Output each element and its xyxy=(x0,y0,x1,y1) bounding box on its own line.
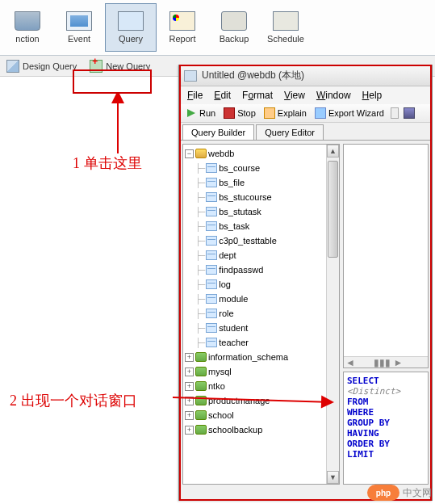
menu-file[interactable]: File xyxy=(182,88,207,103)
tree-table-item[interactable]: ├─bs_stucourse xyxy=(185,190,337,204)
connection-button[interactable]: nction xyxy=(2,3,53,52)
connection-label: nction xyxy=(15,34,39,44)
extra-action-icon[interactable] xyxy=(391,107,399,119)
sql-keyword: FROM xyxy=(347,397,369,407)
sql-keyword: ORDER BY xyxy=(347,439,390,449)
tree-table-item[interactable]: ├─dept xyxy=(185,248,337,262)
tree-label: bs_stucourse xyxy=(219,192,271,202)
table-icon xyxy=(206,221,217,231)
tree-label: student xyxy=(219,323,248,333)
tab-query-builder[interactable]: Query Builder xyxy=(182,124,254,140)
tree-label: mysql xyxy=(208,367,232,376)
tree-table-item[interactable]: ├─bs_course xyxy=(185,161,337,175)
backup-button[interactable]: Backup xyxy=(208,3,260,52)
tree-table-item[interactable]: ├─bs_file xyxy=(185,175,337,190)
table-icon xyxy=(206,265,217,275)
tree-table-item[interactable]: ├─bs_task xyxy=(185,219,337,233)
report-button[interactable]: Report xyxy=(157,3,208,52)
new-query-icon xyxy=(90,60,102,73)
database-icon xyxy=(195,425,207,435)
menu-format[interactable]: Format xyxy=(237,88,278,103)
new-query-label: New Query xyxy=(106,61,150,71)
table-icon xyxy=(206,250,217,260)
toggle-icon[interactable] xyxy=(185,149,194,158)
menu-edit[interactable]: Edit xyxy=(209,88,236,103)
schedule-button[interactable]: Schedule xyxy=(260,3,312,52)
scroll-thumb[interactable] xyxy=(328,161,338,258)
tree-table-item[interactable]: ├─findpasswd xyxy=(185,262,337,277)
tree-table-item[interactable]: ├─c3p0_testtable xyxy=(185,233,337,248)
export-wizard-button[interactable]: Export Wizard xyxy=(313,107,386,120)
tree-table-item[interactable]: ├─role xyxy=(185,306,337,321)
window-titlebar[interactable]: Untitled @webdb (本地) xyxy=(179,65,432,86)
watermark-text: 中文网 xyxy=(403,486,432,500)
tree-db-item[interactable]: schoolbackup xyxy=(185,422,337,437)
tree-table-item[interactable]: ├─student xyxy=(185,321,337,335)
run-button[interactable]: Run xyxy=(184,107,217,120)
tree-label: bs_task xyxy=(219,221,249,231)
right-pane: ◄ ▮▮▮ ► SELECT <Distinct>FROMWHEREGROUP … xyxy=(343,144,429,485)
event-button[interactable]: Event xyxy=(53,3,105,52)
stop-button[interactable]: Stop xyxy=(222,107,257,120)
tree-label: teacher xyxy=(219,338,249,347)
tree-label: dept xyxy=(219,250,236,260)
export-label: Export Wizard xyxy=(328,108,384,118)
run-icon xyxy=(186,107,197,119)
query-button[interactable]: Query xyxy=(105,3,157,52)
save-icon[interactable] xyxy=(404,107,415,119)
tree-table-item[interactable]: ├─teacher xyxy=(185,335,337,350)
sql-keyword: SELECT xyxy=(347,376,379,386)
sql-keyword: GROUP BY xyxy=(347,418,390,428)
toggle-icon[interactable] xyxy=(185,368,194,376)
query-icon xyxy=(118,11,144,31)
menu-window[interactable]: Window xyxy=(312,88,356,103)
query-label: Query xyxy=(119,34,143,44)
run-label: Run xyxy=(199,108,215,118)
stop-icon xyxy=(224,107,235,119)
sql-preview: SELECT <Distinct>FROMWHEREGROUP BYHAVING… xyxy=(343,372,429,485)
table-icon xyxy=(206,309,217,318)
main-toolbar: nction Event Query Report Backup Schedul… xyxy=(0,0,435,56)
tree-table-item[interactable]: ├─module xyxy=(185,292,337,306)
table-icon xyxy=(206,178,217,187)
stop-label: Stop xyxy=(237,108,256,118)
tree-scrollbar[interactable]: ▲ ▼ xyxy=(326,145,339,484)
table-icon xyxy=(206,279,217,289)
action-bar: Run Stop Explain Export Wizard xyxy=(179,104,432,123)
watermark: php 中文网 xyxy=(367,485,432,501)
design-query-button[interactable]: Design Query xyxy=(3,58,80,74)
new-query-button[interactable]: New Query xyxy=(86,58,153,74)
menu-help[interactable]: Help xyxy=(358,88,387,103)
tree-label: findpasswd xyxy=(219,265,263,275)
event-label: Event xyxy=(68,34,90,44)
tree-label: bs_file xyxy=(219,178,245,187)
tree-table-item[interactable]: ├─bs_stutask xyxy=(185,204,337,219)
design-query-icon xyxy=(6,60,19,73)
diagram-area[interactable]: ◄ ▮▮▮ ► xyxy=(343,144,429,368)
tree-db-item[interactable]: information_schema xyxy=(185,350,337,364)
backup-icon xyxy=(221,11,247,31)
sql-keyword: WHERE xyxy=(347,407,374,418)
horizontal-scrollbar[interactable]: ◄ ▮▮▮ ► xyxy=(344,356,428,368)
scroll-down-icon[interactable]: ▼ xyxy=(327,471,339,484)
database-icon xyxy=(195,149,207,158)
toggle-icon[interactable] xyxy=(185,411,194,420)
tree-db-root[interactable]: webdb xyxy=(185,146,337,161)
tree-db-item[interactable]: mysql xyxy=(185,364,337,379)
menu-view[interactable]: View xyxy=(279,88,310,103)
tree-label: log xyxy=(219,279,231,289)
export-icon xyxy=(315,107,326,119)
toggle-icon[interactable] xyxy=(185,426,194,435)
scroll-up-icon[interactable]: ▲ xyxy=(327,145,339,158)
php-badge-icon: php xyxy=(367,485,399,501)
tree-label: module xyxy=(219,294,248,304)
tab-query-editor[interactable]: Query Editor xyxy=(256,124,324,140)
annotation-arrow-1 xyxy=(110,94,126,155)
explain-button[interactable]: Explain xyxy=(262,107,308,120)
svg-line-1 xyxy=(173,397,333,402)
sql-distinct: <Distinct> xyxy=(347,386,400,397)
tabs-bar: Query Builder Query Editor xyxy=(179,123,432,140)
toggle-icon[interactable] xyxy=(185,353,194,362)
report-label: Report xyxy=(169,34,195,44)
tree-table-item[interactable]: ├─log xyxy=(185,277,337,292)
